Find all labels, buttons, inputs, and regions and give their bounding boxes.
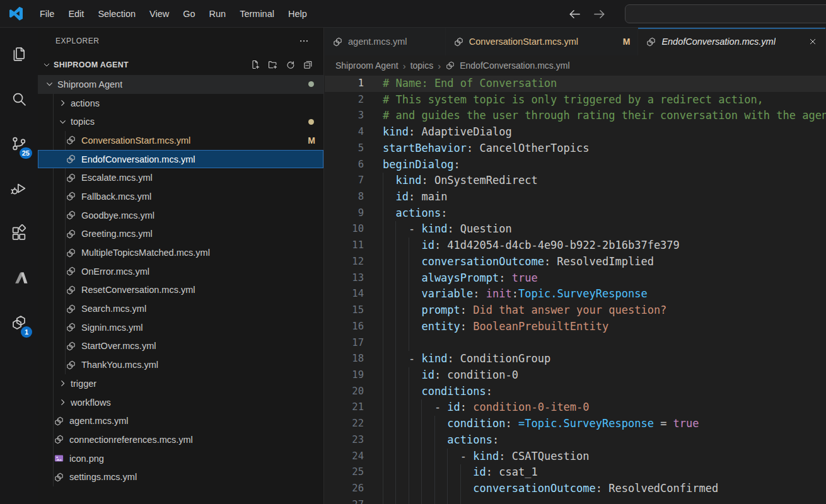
menu-help[interactable]: Help	[281, 9, 314, 19]
more-actions-icon[interactable]	[298, 35, 310, 47]
refresh-icon[interactable]	[285, 59, 296, 70]
tree-item-escalate-mcs-yml[interactable]: Escalate.mcs.yml	[38, 168, 323, 187]
breadcrumb-item-shiproom-agent[interactable]: Shiproom Agent	[335, 60, 398, 71]
line-number[interactable]: 5	[325, 140, 383, 157]
breadcrumb-item-endofconversation-mcs-yml[interactable]: EndofConversation.mcs.yml	[460, 60, 569, 71]
code-line-6[interactable]: 6beginDialog:	[325, 157, 826, 173]
tree-item-thankyou-mcs-yml[interactable]: ThankYou.mcs.yml	[38, 355, 323, 374]
line-number[interactable]: 13	[325, 270, 383, 287]
line-number[interactable]: 11	[325, 238, 383, 254]
code-line-21[interactable]: 21- id: condition-0-item-0	[325, 399, 826, 416]
tree-item-connectionreferences-mcs-yml[interactable]: connectionreferences.mcs.yml	[38, 430, 323, 449]
tree-item-greeting-mcs-yml[interactable]: Greeting.mcs.yml	[38, 225, 323, 244]
activity-search[interactable]	[0, 76, 38, 121]
code-line-27[interactable]: 27	[325, 497, 826, 504]
line-number[interactable]: 4	[325, 124, 383, 140]
code-line-9[interactable]: 9actions:	[325, 205, 826, 222]
activity-source-control[interactable]: 25	[0, 121, 38, 166]
activity-explorer[interactable]	[0, 32, 38, 76]
line-number[interactable]: 14	[325, 286, 383, 302]
line-number[interactable]: 19	[325, 367, 383, 384]
line-number[interactable]: 12	[325, 254, 383, 270]
menu-file[interactable]: File	[33, 9, 61, 19]
activity-copilot-studio[interactable]: 1	[0, 300, 38, 345]
code-line-16[interactable]: 16entity: BooleanPrebuiltEntity	[325, 319, 826, 335]
code-line-19[interactable]: 19id: condition-0	[325, 367, 826, 384]
tree-item-topics[interactable]: topics	[38, 112, 323, 131]
tree-item-settings-mcs-yml[interactable]: settings.mcs.yml	[38, 467, 323, 486]
line-number[interactable]: 15	[325, 302, 383, 319]
forward-arrow-icon[interactable]	[592, 7, 607, 21]
line-number[interactable]: 20	[325, 384, 383, 400]
new-file-icon[interactable]	[250, 59, 260, 70]
tab-endofconversation-mcs-yml[interactable]: EndofConversation.mcs.yml	[638, 28, 826, 55]
tree-item-actions[interactable]: actions	[38, 94, 323, 113]
menu-run[interactable]: Run	[202, 9, 233, 19]
code-line-4[interactable]: 4kind: AdaptiveDialog	[325, 124, 826, 140]
line-number[interactable]: 25	[325, 464, 383, 481]
workspace-section-header[interactable]: SHIPROOM AGENT	[38, 54, 323, 75]
line-number[interactable]: 22	[325, 416, 383, 432]
line-number[interactable]: 6	[325, 157, 383, 173]
line-number[interactable]: 23	[325, 432, 383, 449]
line-number[interactable]: 16	[325, 319, 383, 335]
line-number[interactable]: 2	[325, 92, 383, 108]
breadcrumb-item-topics[interactable]: topics	[410, 60, 434, 71]
code-line-8[interactable]: 8id: main	[325, 189, 826, 205]
code-line-1[interactable]: 1# Name: End of Conversation	[325, 76, 826, 92]
line-number[interactable]: 17	[325, 335, 383, 352]
code-line-2[interactable]: 2# This system topic is only triggered b…	[325, 92, 826, 108]
menu-edit[interactable]: Edit	[61, 9, 91, 19]
menu-selection[interactable]: Selection	[91, 9, 143, 19]
code-line-14[interactable]: 14variable: init:Topic.SurveyResponse	[325, 286, 826, 302]
line-number[interactable]: 27	[325, 497, 383, 504]
line-number[interactable]: 10	[325, 221, 383, 238]
code-line-15[interactable]: 15prompt: Did that answer your question?	[325, 302, 826, 319]
code-line-24[interactable]: 24- kind: CSATQuestion	[325, 449, 826, 465]
code-line-12[interactable]: 12conversationOutcome: ResolvedImplied	[325, 254, 826, 270]
code-line-13[interactable]: 13alwaysPrompt: true	[325, 270, 826, 287]
tree-item-shiproom-agent[interactable]: Shiproom Agent	[38, 75, 323, 94]
line-number[interactable]: 18	[325, 351, 383, 367]
tree-item-startover-mcs-yml[interactable]: StartOver.mcs.yml	[38, 337, 323, 356]
code-editor[interactable]: 1# Name: End of Conversation2# This syst…	[325, 76, 826, 504]
tree-item-icon-png[interactable]: icon.png	[38, 449, 323, 468]
code-line-26[interactable]: 26conversationOutcome: ResolvedConfirmed	[325, 481, 826, 497]
line-number[interactable]: 21	[325, 399, 383, 416]
tree-item-search-mcs-yml[interactable]: Search.mcs.yml	[38, 299, 323, 318]
tree-item-workflows[interactable]: workflows	[38, 393, 323, 412]
line-number[interactable]: 7	[325, 173, 383, 189]
line-number[interactable]: 9	[325, 205, 383, 222]
activity-azure[interactable]	[0, 255, 38, 300]
tree-item-signin-mcs-yml[interactable]: Signin.mcs.yml	[38, 318, 323, 337]
tab-agent-mcs-yml[interactable]: agent.mcs.yml	[325, 28, 446, 55]
line-number[interactable]: 26	[325, 481, 383, 497]
code-line-10[interactable]: 10- kind: Question	[325, 221, 826, 238]
menu-view[interactable]: View	[143, 9, 176, 19]
code-line-11[interactable]: 11id: 41d42054-d4cb-4e90-b922-2b16b37fe3…	[325, 238, 826, 254]
tree-item-goodbye-mcs-yml[interactable]: Goodbye.mcs.yml	[38, 206, 323, 225]
line-number[interactable]: 8	[325, 189, 383, 205]
tree-item-agent-mcs-yml[interactable]: agent.mcs.yml	[38, 411, 323, 430]
tree-item-endofconversation-mcs-yml[interactable]: EndofConversation.mcs.yml	[38, 150, 323, 169]
code-line-7[interactable]: 7kind: OnSystemRedirect	[325, 173, 826, 189]
new-folder-icon[interactable]	[267, 59, 278, 70]
code-line-3[interactable]: 3# and guides the user through rating th…	[325, 108, 826, 124]
tree-item-resetconversation-mcs-yml[interactable]: ResetConversation.mcs.yml	[38, 281, 323, 300]
code-line-25[interactable]: 25id: csat_1	[325, 464, 826, 481]
close-icon[interactable]	[808, 37, 818, 47]
collapse-all-icon[interactable]	[303, 59, 313, 70]
code-line-18[interactable]: 18- kind: ConditionGroup	[325, 351, 826, 367]
activity-run-and-debug[interactable]	[0, 166, 38, 210]
command-center-search[interactable]	[625, 4, 826, 23]
code-line-20[interactable]: 20conditions:	[325, 384, 826, 400]
tree-item-multipletopicsmatched-mcs-yml[interactable]: MultipleTopicsMatched.mcs.yml	[38, 243, 323, 262]
tree-item-fallback-mcs-yml[interactable]: Fallback.mcs.yml	[38, 187, 323, 206]
tree-item-onerror-mcs-yml[interactable]: OnError.mcs.yml	[38, 262, 323, 281]
line-number[interactable]: 3	[325, 108, 383, 124]
tree-item-trigger[interactable]: trigger	[38, 374, 323, 393]
code-line-23[interactable]: 23actions:	[325, 432, 826, 449]
menu-terminal[interactable]: Terminal	[233, 9, 281, 19]
menu-go[interactable]: Go	[176, 9, 202, 19]
activity-extensions[interactable]	[0, 210, 38, 255]
